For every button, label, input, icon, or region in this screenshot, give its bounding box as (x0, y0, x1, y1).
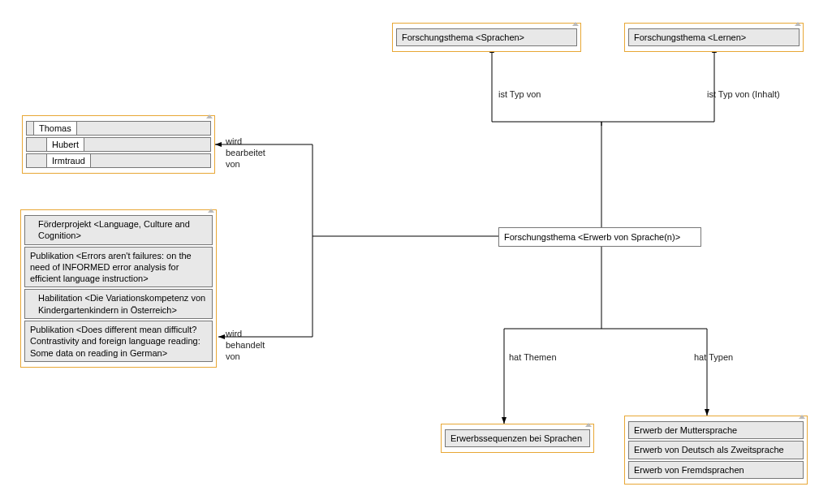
group-themen[interactable]: Erwerbssequenzen bei Sprachen (441, 424, 594, 453)
label-sprachen: Forschungsthema <Sprachen> (396, 28, 577, 46)
node-forschungsthema-sprachen[interactable]: Forschungsthema <Sprachen> (392, 23, 581, 52)
center-label: Forschungsthema <Erwerb von Sprache(n)> (504, 232, 680, 242)
edge-hat-typen: hat Typen (694, 352, 733, 364)
person-row[interactable]: Irmtraud (26, 153, 211, 168)
publication-item[interactable]: Förderprojekt <Language, Culture and Cog… (24, 215, 213, 245)
edge-hat-themen: hat Themen (509, 352, 557, 364)
label-lernen: Forschungsthema <Lernen> (628, 28, 800, 46)
thema-item[interactable]: Erwerbssequenzen bei Sprachen (445, 429, 590, 447)
node-forschungsthema-lernen[interactable]: Forschungsthema <Lernen> (624, 23, 804, 52)
person-row[interactable]: Thomas (26, 121, 211, 136)
group-publications[interactable]: Förderprojekt <Language, Culture and Cog… (20, 209, 217, 368)
publication-item[interactable]: Habilitation <Die Variationskompetenz vo… (24, 289, 213, 319)
publication-item[interactable]: Publikation <Does different mean difficu… (24, 321, 213, 362)
typ-item[interactable]: Erwerb der Muttersprache (628, 421, 804, 439)
edge-ist-typ-von-inhalt: ist Typ von (Inhalt) (707, 89, 780, 101)
person-name: Irmtraud (46, 153, 91, 168)
edge-wird-behandelt-von: wird behandelt von (226, 329, 265, 362)
group-typen[interactable]: Erwerb der MutterspracheErwerb von Deuts… (624, 416, 808, 485)
group-persons[interactable]: ThomasHubertIrmtraud (22, 115, 215, 174)
typ-item[interactable]: Erwerb von Fremdsprachen (628, 461, 804, 479)
edge-ist-typ-von: ist Typ von (498, 89, 541, 101)
person-name: Hubert (46, 137, 84, 152)
publication-item[interactable]: Publikation <Errors aren't failures: on … (24, 247, 213, 288)
node-center-erwerb-von-sprachen[interactable]: Forschungsthema <Erwerb von Sprache(n)> (498, 227, 701, 247)
person-row[interactable]: Hubert (26, 137, 211, 152)
edge-wird-bearbeitet-von: wird bearbeitet von (226, 136, 265, 170)
person-name: Thomas (33, 121, 77, 136)
typ-item[interactable]: Erwerb von Deutsch als Zweitsprache (628, 441, 804, 459)
